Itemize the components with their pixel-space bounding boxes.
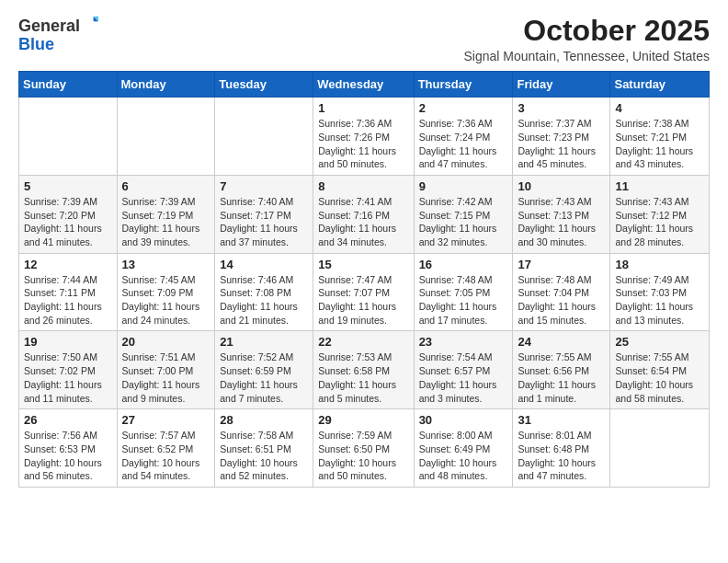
day-info: Sunrise: 7:51 AM Sunset: 7:00 PM Dayligh… xyxy=(122,350,210,405)
day-info: Sunrise: 7:44 AM Sunset: 7:11 PM Dayligh… xyxy=(24,273,112,327)
logo: General Blue xyxy=(18,15,98,54)
day-info: Sunrise: 7:36 AM Sunset: 7:24 PM Dayligh… xyxy=(419,117,508,171)
calendar-cell: 25Sunrise: 7:55 AM Sunset: 6:54 PM Dayli… xyxy=(610,331,710,409)
day-number: 16 xyxy=(419,258,508,271)
day-number: 15 xyxy=(318,258,408,271)
day-info: Sunrise: 7:50 AM Sunset: 7:02 PM Dayligh… xyxy=(24,350,112,405)
day-number: 13 xyxy=(122,258,210,271)
day-number: 8 xyxy=(318,179,408,193)
day-info: Sunrise: 7:36 AM Sunset: 7:26 PM Dayligh… xyxy=(318,117,408,171)
day-header-monday: Monday xyxy=(117,72,215,98)
day-info: Sunrise: 7:56 AM Sunset: 6:53 PM Dayligh… xyxy=(24,429,112,483)
day-info: Sunrise: 7:48 AM Sunset: 7:04 PM Dayligh… xyxy=(518,273,605,327)
calendar-cell: 27Sunrise: 7:57 AM Sunset: 6:52 PM Dayli… xyxy=(117,409,215,488)
day-info: Sunrise: 7:49 AM Sunset: 7:03 PM Dayligh… xyxy=(615,273,704,327)
day-number: 5 xyxy=(24,179,112,193)
day-info: Sunrise: 7:41 AM Sunset: 7:16 PM Dayligh… xyxy=(318,195,408,249)
location: Signal Mountain, Tennessee, United State… xyxy=(464,49,710,63)
day-number: 29 xyxy=(318,413,408,427)
day-number: 17 xyxy=(518,258,605,271)
day-number: 26 xyxy=(24,413,112,427)
day-info: Sunrise: 8:00 AM Sunset: 6:49 PM Dayligh… xyxy=(419,429,508,483)
calendar-cell: 3Sunrise: 7:37 AM Sunset: 7:23 PM Daylig… xyxy=(513,98,610,176)
day-number: 18 xyxy=(615,258,704,271)
calendar-cell: 15Sunrise: 7:47 AM Sunset: 7:07 PM Dayli… xyxy=(313,253,414,331)
calendar-cell: 26Sunrise: 7:56 AM Sunset: 6:53 PM Dayli… xyxy=(19,409,118,488)
week-row-2: 5Sunrise: 7:39 AM Sunset: 7:20 PM Daylig… xyxy=(19,175,710,253)
day-info: Sunrise: 7:47 AM Sunset: 7:07 PM Dayligh… xyxy=(318,273,408,327)
day-number: 31 xyxy=(518,413,605,427)
day-number: 19 xyxy=(24,335,112,349)
day-info: Sunrise: 7:43 AM Sunset: 7:12 PM Dayligh… xyxy=(615,195,704,249)
calendar-cell: 22Sunrise: 7:53 AM Sunset: 6:58 PM Dayli… xyxy=(313,331,414,409)
day-info: Sunrise: 7:57 AM Sunset: 6:52 PM Dayligh… xyxy=(122,429,210,483)
week-row-4: 19Sunrise: 7:50 AM Sunset: 7:02 PM Dayli… xyxy=(19,331,710,409)
day-number: 27 xyxy=(122,413,210,427)
day-number: 10 xyxy=(518,179,605,193)
logo-blue-text: Blue xyxy=(18,35,54,53)
day-info: Sunrise: 7:55 AM Sunset: 6:54 PM Dayligh… xyxy=(615,350,704,405)
day-number: 7 xyxy=(220,179,308,193)
calendar-cell xyxy=(19,98,118,176)
day-header-tuesday: Tuesday xyxy=(215,72,313,98)
calendar-cell: 28Sunrise: 7:58 AM Sunset: 6:51 PM Dayli… xyxy=(215,409,313,488)
day-number: 6 xyxy=(122,179,210,193)
calendar-cell: 6Sunrise: 7:39 AM Sunset: 7:19 PM Daylig… xyxy=(117,175,215,253)
day-number: 3 xyxy=(518,101,605,115)
day-info: Sunrise: 7:39 AM Sunset: 7:19 PM Dayligh… xyxy=(122,195,210,249)
calendar-cell: 16Sunrise: 7:48 AM Sunset: 7:05 PM Dayli… xyxy=(414,253,513,331)
day-number: 24 xyxy=(518,335,605,349)
day-number: 4 xyxy=(615,101,704,115)
day-number: 25 xyxy=(615,335,704,349)
calendar-cell: 7Sunrise: 7:40 AM Sunset: 7:17 PM Daylig… xyxy=(215,175,313,253)
calendar-cell: 5Sunrise: 7:39 AM Sunset: 7:20 PM Daylig… xyxy=(19,175,118,253)
calendar-cell: 2Sunrise: 7:36 AM Sunset: 7:24 PM Daylig… xyxy=(414,98,513,176)
calendar-cell: 17Sunrise: 7:48 AM Sunset: 7:04 PM Dayli… xyxy=(513,253,610,331)
day-number: 9 xyxy=(419,179,508,193)
calendar-cell: 12Sunrise: 7:44 AM Sunset: 7:11 PM Dayli… xyxy=(19,253,118,331)
day-info: Sunrise: 7:53 AM Sunset: 6:58 PM Dayligh… xyxy=(318,350,408,405)
day-info: Sunrise: 7:58 AM Sunset: 6:51 PM Dayligh… xyxy=(220,429,308,483)
month-title: October 2025 xyxy=(464,15,710,47)
calendar-cell xyxy=(215,98,313,176)
day-number: 21 xyxy=(220,335,308,349)
calendar-cell: 14Sunrise: 7:46 AM Sunset: 7:08 PM Dayli… xyxy=(215,253,313,331)
day-info: Sunrise: 7:40 AM Sunset: 7:17 PM Dayligh… xyxy=(220,195,308,249)
day-info: Sunrise: 7:46 AM Sunset: 7:08 PM Dayligh… xyxy=(220,273,308,327)
day-header-thursday: Thursday xyxy=(414,72,513,98)
day-number: 14 xyxy=(220,258,308,271)
calendar-cell: 8Sunrise: 7:41 AM Sunset: 7:16 PM Daylig… xyxy=(313,175,414,253)
day-number: 1 xyxy=(318,101,408,115)
day-number: 11 xyxy=(615,179,704,193)
calendar-cell: 9Sunrise: 7:42 AM Sunset: 7:15 PM Daylig… xyxy=(414,175,513,253)
calendar-cell: 23Sunrise: 7:54 AM Sunset: 6:57 PM Dayli… xyxy=(414,331,513,409)
day-number: 30 xyxy=(419,413,508,427)
calendar-cell: 29Sunrise: 7:59 AM Sunset: 6:50 PM Dayli… xyxy=(313,409,414,488)
day-info: Sunrise: 7:43 AM Sunset: 7:13 PM Dayligh… xyxy=(518,195,605,249)
day-info: Sunrise: 7:39 AM Sunset: 7:20 PM Dayligh… xyxy=(24,195,112,249)
calendar-cell: 1Sunrise: 7:36 AM Sunset: 7:26 PM Daylig… xyxy=(313,98,414,176)
calendar-cell: 10Sunrise: 7:43 AM Sunset: 7:13 PM Dayli… xyxy=(513,175,610,253)
day-header-wednesday: Wednesday xyxy=(313,72,414,98)
calendar-cell: 19Sunrise: 7:50 AM Sunset: 7:02 PM Dayli… xyxy=(19,331,118,409)
day-info: Sunrise: 7:54 AM Sunset: 6:57 PM Dayligh… xyxy=(419,350,508,405)
week-row-3: 12Sunrise: 7:44 AM Sunset: 7:11 PM Dayli… xyxy=(19,253,710,331)
calendar-cell: 18Sunrise: 7:49 AM Sunset: 7:03 PM Dayli… xyxy=(610,253,710,331)
day-info: Sunrise: 7:55 AM Sunset: 6:56 PM Dayligh… xyxy=(518,350,605,405)
calendar-cell: 13Sunrise: 7:45 AM Sunset: 7:09 PM Dayli… xyxy=(117,253,215,331)
calendar-cell: 31Sunrise: 8:01 AM Sunset: 6:48 PM Dayli… xyxy=(513,409,610,488)
day-info: Sunrise: 7:48 AM Sunset: 7:05 PM Dayligh… xyxy=(419,273,508,327)
day-number: 20 xyxy=(122,335,210,349)
day-info: Sunrise: 7:38 AM Sunset: 7:21 PM Dayligh… xyxy=(615,117,704,171)
logo-general-text: General xyxy=(18,17,80,35)
calendar-cell: 24Sunrise: 7:55 AM Sunset: 6:56 PM Dayli… xyxy=(513,331,610,409)
header-row: SundayMondayTuesdayWednesdayThursdayFrid… xyxy=(19,72,710,98)
page: General Blue October 2025 Signal Mountai… xyxy=(0,0,728,502)
week-row-1: 1Sunrise: 7:36 AM Sunset: 7:26 PM Daylig… xyxy=(19,98,710,176)
calendar-cell: 21Sunrise: 7:52 AM Sunset: 6:59 PM Dayli… xyxy=(215,331,313,409)
day-info: Sunrise: 7:59 AM Sunset: 6:50 PM Dayligh… xyxy=(318,429,408,483)
day-header-saturday: Saturday xyxy=(610,72,710,98)
day-info: Sunrise: 7:52 AM Sunset: 6:59 PM Dayligh… xyxy=(220,350,308,405)
day-number: 28 xyxy=(220,413,308,427)
day-number: 12 xyxy=(24,258,112,271)
